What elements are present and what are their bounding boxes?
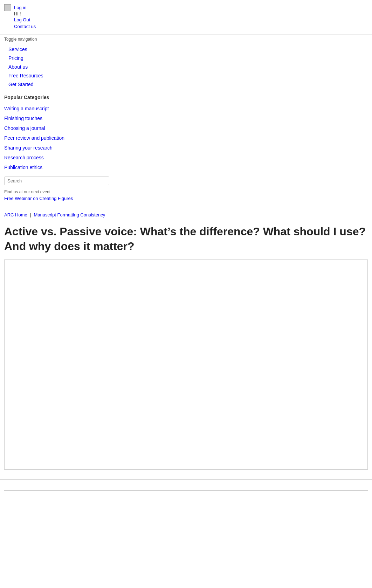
category-choosing-journal[interactable]: Choosing a journal: [4, 123, 368, 133]
breadcrumb-home[interactable]: ARC Home: [4, 212, 27, 217]
toggle-navigation[interactable]: Toggle navigation: [0, 35, 372, 44]
category-sharing-research[interactable]: Sharing your research: [4, 143, 368, 153]
content-area: [4, 260, 368, 470]
category-finishing-touches[interactable]: Finishing touches: [4, 113, 368, 123]
nav-pricing[interactable]: Pricing: [8, 54, 368, 63]
footer-divider: [4, 490, 368, 491]
nav-free-resources[interactable]: Free Resources: [8, 71, 368, 80]
next-event-label: Find us at our next event: [4, 189, 368, 194]
nav-about[interactable]: About us: [8, 63, 368, 71]
nav-services[interactable]: Services: [8, 45, 368, 54]
event-link[interactable]: Free Webinar on Creating Figures: [4, 196, 368, 201]
category-writing-manuscript[interactable]: Writing a manuscript: [4, 104, 368, 113]
main-content: ARC Home | Manuscript Formatting Consist…: [0, 204, 372, 472]
nav-menu: Services Pricing About us Free Resources…: [0, 44, 372, 92]
page-footer: [0, 479, 372, 498]
article-title: Active vs. Passive voice: What’s the dif…: [4, 222, 368, 256]
header-top: Log in Hi ! Log Out Contact us: [4, 3, 368, 32]
search-input[interactable]: [4, 177, 109, 185]
breadcrumb-separator: |: [30, 212, 31, 217]
login-link[interactable]: Log in: [14, 4, 36, 11]
hi-text: Hi !: [14, 11, 36, 16]
category-peer-review[interactable]: Peer review and publication: [4, 133, 368, 143]
logout-link[interactable]: Log Out: [14, 16, 36, 23]
popular-categories-title: Popular Categories: [4, 95, 368, 100]
breadcrumb: ARC Home | Manuscript Formatting Consist…: [4, 211, 368, 219]
category-publication-ethics[interactable]: Publication ethics: [4, 162, 368, 172]
sidebar: Popular Categories Writing a manuscript …: [0, 92, 372, 204]
category-research-process[interactable]: Research process: [4, 153, 368, 162]
breadcrumb-current[interactable]: Manuscript Formatting Consistency: [34, 212, 105, 217]
logo-image: [4, 4, 11, 11]
header: Log in Hi ! Log Out Contact us: [0, 0, 372, 35]
contact-link[interactable]: Contact us: [14, 23, 36, 30]
header-links: Log in Hi ! Log Out Contact us: [14, 4, 36, 30]
nav-get-started[interactable]: Get Started: [8, 80, 368, 89]
